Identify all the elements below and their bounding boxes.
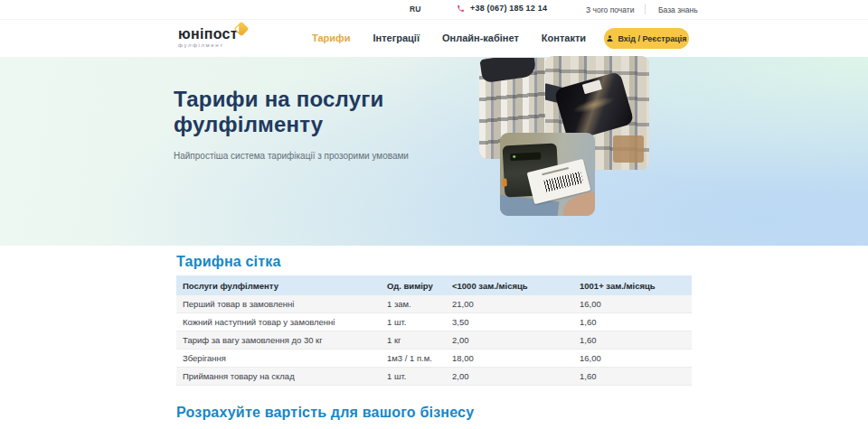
gold-print-decor	[571, 94, 616, 117]
printer-panel-decor	[510, 152, 541, 161]
unit: 1 зам.	[387, 299, 452, 309]
topbar-link-getting-started[interactable]: З чого почати	[586, 5, 634, 14]
pricing-table: Послуги фулфілменту Од. виміру <1000 зам…	[176, 275, 692, 386]
login-register-label: Вхід / Реєстрація	[618, 34, 686, 43]
logo-wordmark: юніпост	[178, 26, 238, 42]
shipping-label-decor	[582, 79, 602, 94]
col-header-unit: Од. виміру	[387, 281, 452, 291]
pricing-section-title: Тарифна сітка	[176, 254, 281, 270]
page-subtitle: Найпростіша система тарифікації з прозор…	[174, 151, 409, 161]
price-under-1000: 2,00	[452, 335, 580, 345]
phone-link[interactable]: +38 (067) 185 12 14	[457, 4, 547, 13]
nav-item-online-cabinet[interactable]: Онлайн-кабінет	[442, 33, 519, 43]
printer-button-decor	[502, 178, 506, 186]
main-nav: Тарифи Інтеграції Онлайн-кабінет Контакт…	[312, 33, 586, 43]
barcode-decor	[543, 172, 583, 192]
service-name: Тариф за вагу замовлення до 30 кг	[176, 335, 387, 345]
service-name: Зберігання	[176, 353, 387, 363]
table-row: Зберігання 1м3 / 1 п.м. 18,00 16,00	[176, 350, 692, 368]
header: юніпост фулфілмент Тарифи Інтеграції Онл…	[0, 20, 868, 57]
price-over-1001: 1,60	[580, 371, 692, 381]
person-icon	[606, 34, 614, 42]
logo[interactable]: юніпост фулфілмент	[178, 26, 238, 48]
table-row: Перший товар в замовленні 1 зам. 21,00 1…	[176, 295, 692, 313]
price-under-1000: 3,50	[452, 317, 580, 327]
nav-item-integrations[interactable]: Інтеграції	[373, 33, 420, 43]
unit: 1 шт.	[387, 371, 452, 381]
phone-number: +38 (067) 185 12 14	[470, 4, 547, 13]
price-over-1001: 1,60	[580, 317, 692, 327]
topbar: RU +38 (067) 185 12 14 З чого почати Баз…	[0, 0, 868, 20]
table-row: Кожний наступний товар у замовленні 1 шт…	[176, 313, 692, 331]
nav-item-tariffs[interactable]: Тарифи	[312, 33, 350, 43]
service-name: Приймання товару на склад	[176, 371, 387, 381]
unit: 1м3 / 1 п.м.	[387, 353, 452, 363]
col-header-over-1001: 1001+ зам./місяць	[580, 281, 692, 291]
table-row: Приймання товару на склад 1 шт. 2,00 1,6…	[176, 368, 692, 386]
page-title-line1: Тарифи на послуги	[174, 87, 383, 111]
label-printer-photo	[500, 133, 595, 216]
label-text-decor	[542, 167, 569, 175]
calculator-section-title: Розрахуйте вартість для вашого бізнесу	[176, 405, 474, 421]
hero-section: Тарифи на послуги фулфілменту Найпростіш…	[0, 57, 868, 246]
price-over-1001: 1,60	[580, 335, 692, 345]
table-row: Тариф за вагу замовлення до 30 кг 1 кг 2…	[176, 331, 692, 350]
col-header-service: Послуги фулфілменту	[176, 281, 387, 291]
nav-item-contacts[interactable]: Контакти	[542, 33, 586, 43]
price-under-1000: 2,00	[452, 371, 580, 381]
price-under-1000: 21,00	[452, 299, 580, 309]
cardboard-box-decor	[613, 135, 644, 163]
printer-led-decor	[513, 155, 515, 158]
phone-icon	[457, 5, 465, 13]
service-name: Перший товар в замовленні	[176, 299, 387, 309]
unit: 1 шт.	[387, 317, 452, 327]
logo-tagline: фулфілмент	[178, 42, 238, 48]
price-under-1000: 18,00	[452, 353, 580, 363]
price-over-1001: 16,00	[580, 353, 692, 363]
login-register-button[interactable]: Вхід / Реєстрація	[604, 28, 689, 49]
col-header-under-1000: <1000 зам./місяць	[452, 281, 580, 291]
unit: 1 кг	[387, 335, 452, 345]
topbar-divider	[645, 4, 646, 14]
page: RU +38 (067) 185 12 14 З чого почати Баз…	[0, 0, 868, 429]
page-title: Тарифи на послуги фулфілменту	[174, 87, 383, 137]
price-over-1001: 16,00	[580, 299, 692, 309]
service-name: Кожний наступний товар у замовленні	[176, 317, 387, 327]
language-selector[interactable]: RU	[410, 5, 420, 14]
topbar-link-knowledge-base[interactable]: База знань	[658, 5, 698, 14]
table-header-row: Послуги фулфілменту Од. виміру <1000 зам…	[176, 275, 692, 295]
page-title-line2: фулфілменту	[174, 112, 323, 136]
